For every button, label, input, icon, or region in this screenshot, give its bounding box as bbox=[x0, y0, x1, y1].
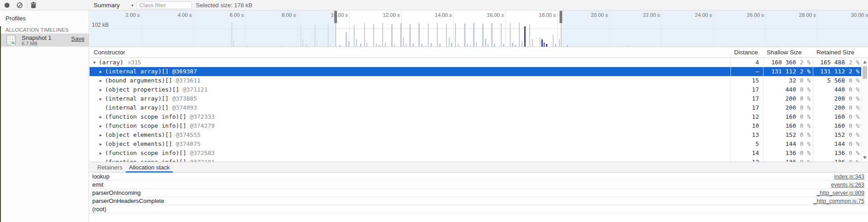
table-row[interactable]: ▶(internal array)[] @373885172000 %2000 … bbox=[90, 94, 861, 103]
selection-handle-right[interactable] bbox=[560, 11, 562, 23]
allocation-bar bbox=[503, 44, 504, 47]
cell-retained-pct: 0 % bbox=[846, 112, 859, 121]
constructor-table: Constructor Distance Shallow Size Retain… bbox=[90, 47, 868, 162]
tab-allocation-stack[interactable]: Allocation stack bbox=[126, 162, 173, 173]
expander-icon[interactable]: ▶ bbox=[100, 140, 102, 149]
stack-frame-source-link[interactable]: _http_common.js:75 bbox=[813, 197, 864, 205]
snapshot-name: Snapshot 1 bbox=[22, 34, 52, 41]
cell-retained-size: 165 488 bbox=[800, 58, 845, 67]
profiles-sidebar: Profiles ALLOCATION TIMELINES % Snapshot… bbox=[0, 10, 89, 222]
stack-frame-source-link[interactable]: events.js:263 bbox=[831, 181, 864, 189]
cell-shallow-size: 131 112 bbox=[751, 67, 796, 76]
stack-frame-source-link[interactable]: index.js:343 bbox=[834, 173, 864, 181]
allocation-bar bbox=[446, 24, 447, 47]
cell-retained-size: 160 bbox=[800, 121, 845, 130]
table-row[interactable]: ▶(function scope info)[] @372101121360 %… bbox=[90, 158, 861, 162]
expander-icon[interactable]: ▶ bbox=[100, 94, 102, 103]
detail-tabbar: Retainers Allocation stack bbox=[90, 162, 868, 173]
cell-retained-pct: 0 % bbox=[846, 158, 859, 162]
allocation-bar bbox=[501, 24, 502, 47]
allocation-bar bbox=[494, 43, 495, 47]
cell-shallow-size: 200 bbox=[751, 103, 796, 112]
allocation-bar bbox=[553, 35, 554, 47]
save-link[interactable]: Save bbox=[71, 35, 85, 42]
object-id: @372333 bbox=[190, 113, 215, 120]
table-row[interactable]: ▶(bound arguments)[] @37361115320 %5 568… bbox=[90, 76, 861, 85]
constructor-name: (function scope info)[] @372583 bbox=[105, 149, 215, 158]
allocation-bar bbox=[546, 44, 547, 47]
expander-icon[interactable]: ▶ bbox=[100, 76, 102, 85]
column-header-shallow-size[interactable]: Shallow Size bbox=[767, 47, 802, 58]
table-row[interactable]: (internal array)[] @374093172000 %2000 % bbox=[90, 103, 861, 112]
stack-frame-row[interactable]: parserOnIncoming_http_server.js:809 bbox=[90, 189, 868, 197]
expander-icon[interactable]: ▶ bbox=[100, 130, 102, 140]
object-id: @373611 bbox=[176, 77, 201, 84]
cell-retained-pct: 2 % bbox=[846, 58, 859, 67]
column-header-distance[interactable]: Distance bbox=[734, 47, 758, 58]
allocation-bar bbox=[346, 32, 347, 47]
table-row[interactable]: ▶(function scope info)[] @372583141360 %… bbox=[90, 149, 861, 158]
scrollbar-up-icon[interactable] bbox=[863, 61, 867, 63]
tab-retainers[interactable]: Retainers bbox=[94, 162, 126, 173]
column-divider bbox=[763, 47, 764, 162]
column-header-constructor[interactable]: Constructor bbox=[94, 47, 125, 58]
table-row[interactable]: ▶(internal array)[] @369387–131 1122 %13… bbox=[90, 67, 861, 76]
constructor-name: (array)×315 bbox=[99, 58, 141, 67]
timeline-overview[interactable]: 102 kB 2.00 s4.00 s6.00 s8.00 s10.00 s12… bbox=[90, 10, 868, 47]
allocation-bar bbox=[540, 38, 541, 47]
sidebar-section-header: ALLOCATION TIMELINES bbox=[5, 27, 69, 33]
toolbar-divider bbox=[27, 2, 27, 9]
clear-all-icon[interactable] bbox=[17, 2, 23, 8]
perspective-select[interactable]: Summary▼ bbox=[94, 0, 134, 10]
expander-icon[interactable]: ▶ bbox=[100, 112, 102, 121]
cell-retained-size: 136 bbox=[800, 149, 845, 158]
sidebar-item-snapshot-1[interactable]: % Snapshot 1 6.7 MB Save bbox=[0, 34, 89, 47]
table-row[interactable]: ▶(function scope info)[] @372333121600 %… bbox=[90, 112, 861, 121]
delete-profile-icon[interactable] bbox=[31, 2, 36, 9]
expander-icon[interactable]: ▶ bbox=[100, 67, 102, 76]
cell-shallow-size: 160 bbox=[751, 121, 796, 130]
allocation-bar bbox=[418, 23, 420, 47]
object-id: @372101 bbox=[190, 159, 215, 162]
constructor-name: (function scope info)[] @374279 bbox=[105, 121, 215, 130]
record-icon[interactable] bbox=[5, 3, 9, 8]
table-row[interactable]: ▶(function scope info)[] @374279101600 %… bbox=[90, 121, 861, 130]
allocation-bar bbox=[476, 43, 477, 47]
expander-icon[interactable]: ▶ bbox=[100, 85, 102, 94]
snapshot-size: 6.7 MB bbox=[22, 41, 38, 46]
class-filter-input[interactable] bbox=[137, 1, 192, 9]
stack-frame-name: emit bbox=[92, 181, 104, 189]
allocation-bar bbox=[400, 23, 402, 47]
allocation-bar bbox=[364, 23, 365, 47]
expander-icon[interactable]: ▼ bbox=[93, 58, 95, 67]
timeline-tick-label: 26.00 s bbox=[737, 12, 764, 18]
stack-frame-row[interactable]: emitevents.js:263 bbox=[90, 181, 868, 189]
column-header-retained-size[interactable]: Retained Size bbox=[816, 47, 854, 58]
stack-frame-row[interactable]: lookupindex.js:343 bbox=[90, 173, 868, 181]
stack-frame-source-link[interactable]: _http_server.js:809 bbox=[816, 189, 864, 197]
allocation-bar bbox=[464, 24, 465, 47]
expander-icon[interactable]: ▶ bbox=[100, 158, 102, 162]
selection-handle-left[interactable] bbox=[334, 11, 337, 23]
sidebar-title: Profiles bbox=[5, 15, 26, 22]
cell-retained-size: 200 bbox=[800, 103, 845, 112]
cell-retained-size: 440 bbox=[800, 85, 845, 94]
table-row[interactable]: ▶(object elements)[] @374555131520 %1520… bbox=[90, 130, 861, 140]
scrollbar-thumb[interactable] bbox=[863, 66, 867, 79]
table-scrollbar[interactable] bbox=[861, 58, 868, 162]
allocation-bar bbox=[406, 44, 407, 47]
column-divider bbox=[813, 47, 813, 162]
timeline-tick-label: 6.00 s bbox=[217, 12, 244, 18]
scrollbar-down-icon[interactable] bbox=[863, 156, 867, 159]
allocation-bar bbox=[512, 43, 513, 47]
table-row[interactable]: ▶(object properties)[] @371121174400 %44… bbox=[90, 85, 861, 94]
expander-icon[interactable]: ▶ bbox=[100, 121, 102, 130]
table-row[interactable]: ▶(object elements)[] @37407551440 %1440 … bbox=[90, 140, 861, 149]
table-row[interactable]: ▼(array)×3154160 3602 %165 4882 % bbox=[90, 58, 861, 67]
cell-shallow-size: 144 bbox=[751, 140, 796, 149]
stack-frame-row[interactable]: (root) bbox=[90, 205, 868, 213]
object-id: @369387 bbox=[172, 68, 197, 75]
expander-icon[interactable]: ▶ bbox=[100, 149, 102, 158]
stack-frame-row[interactable]: parserOnHeadersComplete_http_common.js:7… bbox=[90, 197, 868, 205]
object-id: @372583 bbox=[190, 150, 215, 156]
